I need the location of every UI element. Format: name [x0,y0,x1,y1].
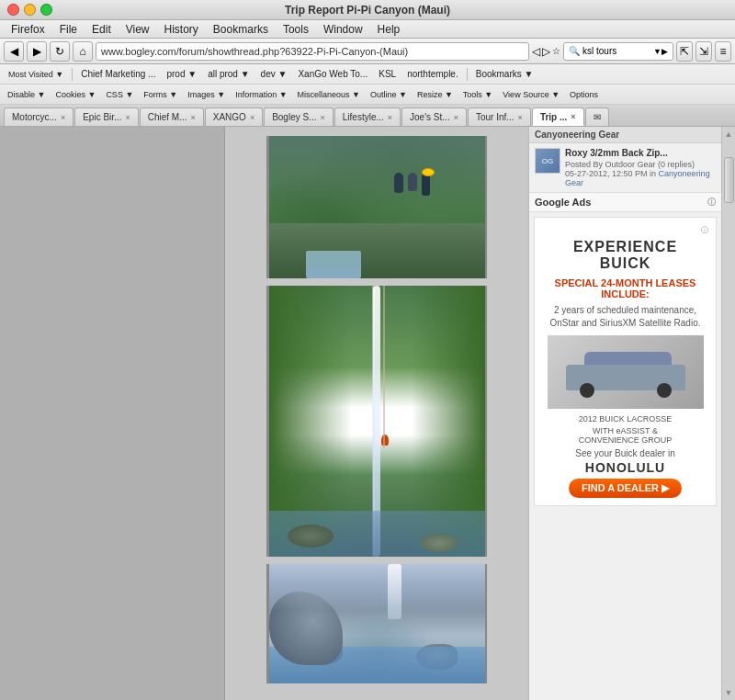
search-text: ksl tours [582,46,653,56]
back-button[interactable]: ◀ [4,41,24,62]
bookmarks-bar: Most Visited ▼ Chief Marketing ... prod … [0,64,735,85]
ext-misc[interactable]: Miscellaneous ▼ [294,89,364,100]
rock-bottom-left [288,525,334,548]
menu-firefox[interactable]: Firefox [5,21,51,38]
tab-bogley[interactable]: Bogley S... × [264,107,334,126]
forum-post-item[interactable]: OG Roxy 3/2mm Back Zip... Posted By Outd… [529,143,721,193]
tab-close-5[interactable]: × [388,113,392,122]
photo-rappel [269,136,485,278]
photo-2 [266,286,487,557]
star-icon[interactable]: ☆ [552,46,560,56]
tab-mail[interactable]: ✉ [585,107,609,126]
bookmark-xango[interactable]: XanGo Web To... [293,68,372,80]
ext-tools[interactable]: Tools ▼ [459,89,496,100]
search-submit-icon[interactable]: ▶ [662,47,668,56]
menu-help[interactable]: Help [371,21,407,38]
ext-images[interactable]: Images ▼ [184,89,229,100]
forum-post-meta: Posted By Outdoor Gear (0 replies) 05-27… [565,160,716,187]
ext-viewsource[interactable]: View Source ▼ [499,89,563,100]
person-2 [408,173,417,191]
small-waterfall [388,564,401,619]
tab-close-2[interactable]: × [190,113,195,122]
nav-extra-btn[interactable]: ⇱ [676,41,693,62]
address-bar[interactable]: www.bogley.com/forum/showthread.php?6392… [96,42,529,61]
tab-tour-inf[interactable]: Tour Inf... × [468,107,531,126]
google-ads-badge: ⓘ [707,197,716,209]
tab-motorcyc[interactable]: Motorcyc... × [4,107,74,126]
menu-tools[interactable]: Tools [277,21,315,38]
menu-edit[interactable]: Edit [85,21,118,38]
scrollbar-thumb[interactable] [724,157,734,203]
ext-disable[interactable]: Disable ▼ [4,89,49,100]
tab-joes-st[interactable]: Joe's St... × [401,107,467,126]
nav-bar: ◀ ▶ ↻ ⌂ www.bogley.com/forum/showthread.… [0,39,735,64]
tab-chief-m[interactable]: Chief M... × [140,107,204,126]
outdoor-gear-icon: OG [542,157,553,165]
ext-css[interactable]: CSS ▼ [102,89,137,100]
nav-extra-btn2[interactable]: ⇲ [695,41,712,62]
tabs-bar: Motorcyc... × Epic Bir... × Chief M... ×… [0,105,735,127]
search-dropdown-icon[interactable]: ▼ [653,47,662,56]
reload-button[interactable]: ↻ [50,41,70,62]
canyoneering-gear-header: Canyoneering Gear [529,127,721,143]
search-bar[interactable]: 🔍 ksl tours ▼ ▶ [563,42,673,61]
main-content[interactable] [225,127,528,700]
tab-close-8[interactable]: × [571,112,575,121]
buick-ad[interactable]: ⓘ EXPERIENCE BUICK SPECIAL 24-MONTH LEAS… [534,217,717,506]
menu-window[interactable]: Window [317,21,369,38]
ext-cookies[interactable]: Cookies ▼ [51,89,99,100]
menu-bookmarks[interactable]: Bookmarks [207,21,275,38]
ext-info[interactable]: Information ▼ [232,89,290,100]
car-wheel-rear [657,383,672,398]
bookmark-chief-marketing[interactable]: Chief Marketing ... [76,68,160,80]
menu-history[interactable]: History [158,21,205,38]
ad-special-offer: SPECIAL 24-MONTH LEASES INCLUDE: [542,277,708,299]
menu-view[interactable]: View [119,21,156,38]
ad-experience: EXPERIENCE [542,239,708,255]
title-bar: Trip Report Pi-Pi Canyon (Maui) [0,0,735,20]
scroll-down-arrow[interactable]: ▼ [725,688,733,697]
scrollbar[interactable]: ▲ ▼ [721,127,735,700]
bookmark-prod[interactable]: prod ▼ [162,68,201,80]
ext-forms[interactable]: Forms ▼ [140,89,181,100]
bookmark-ksl[interactable]: KSL [374,68,401,80]
menu-file[interactable]: File [53,21,84,38]
tab-close-4[interactable]: × [321,113,325,122]
scroll-up-arrow[interactable]: ▲ [725,130,733,139]
bookmark-all-prod[interactable]: all prod ▼ [203,68,254,80]
forum-post-title[interactable]: Roxy 3/2mm Back Zip... [565,148,716,158]
person-1 [394,173,403,193]
tab-close-7[interactable]: × [518,113,523,122]
tab-xango[interactable]: XANGO × [205,107,263,126]
maximize-button[interactable] [40,4,52,16]
car-image [548,335,704,409]
tab-close-3[interactable]: × [250,113,254,122]
home-button[interactable]: ⌂ [73,41,93,62]
sky-mist [269,564,485,610]
tab-close-6[interactable]: × [454,113,458,122]
ext-resize[interactable]: Resize ▼ [413,89,457,100]
window-controls[interactable] [7,4,52,16]
nav-extra-btn3[interactable]: ≡ [715,41,731,62]
right-sidebar: Canyoneering Gear OG Roxy 3/2mm Back Zip… [528,127,721,700]
bookmark-dev[interactable]: dev ▼ [256,68,292,80]
tab-lifestyle[interactable]: Lifestyle... × [334,107,401,126]
post-date: 05-27-2012, 12:50 PM in [565,169,656,178]
ext-options[interactable]: Options [566,89,602,100]
car-sub: WITH eASSIST &CONVENIENCE GROUP [542,426,708,445]
tab-trip-active[interactable]: Trip ... × [532,107,584,126]
extensions-bar: Disable ▼ Cookies ▼ CSS ▼ Forms ▼ Images… [0,85,735,105]
bookmark-northtemple[interactable]: northtemple. [402,68,463,80]
car-label: 2012 BUICK LACROSSE [542,414,708,423]
tab-close-0[interactable]: × [61,113,65,122]
tab-epic-bir[interactable]: Epic Bir... × [74,107,139,126]
bookmark-more[interactable]: Bookmarks ▼ [471,68,538,80]
ext-outline[interactable]: Outline ▼ [367,89,411,100]
forward-button[interactable]: ▶ [27,41,47,62]
bookmark-sep-1 [72,68,73,81]
minimize-button[interactable] [24,4,36,16]
bookmark-most-visited[interactable]: Most Visited ▼ [4,69,68,80]
close-button[interactable] [7,4,19,16]
tab-close-1[interactable]: × [125,113,130,122]
find-dealer-button[interactable]: FIND A DEALER ▶ [569,479,682,498]
